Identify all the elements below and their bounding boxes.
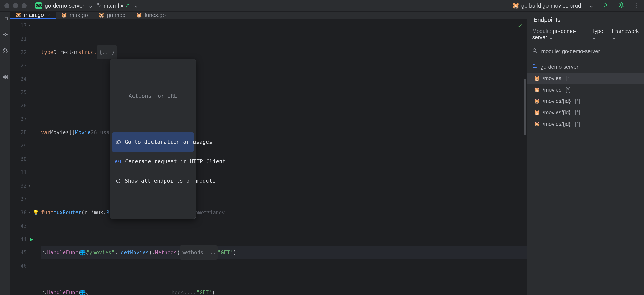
popup-action[interactable]: APIGenerate request in HTTP Client — [112, 152, 194, 171]
close-window[interactable] — [4, 3, 10, 8]
chevron-down-icon[interactable]: ⌄ — [589, 2, 594, 9]
endpoint-item[interactable]: 🐹/movies/{id} [*] — [528, 118, 644, 130]
line-number[interactable]: 22 — [10, 46, 27, 59]
line-number[interactable]: 26 — [10, 99, 27, 112]
go-file-icon: 🐹 — [61, 12, 67, 18]
framework-filter[interactable]: Framework — [612, 28, 639, 34]
project-badge: GS — [35, 2, 42, 9]
editor-tab[interactable]: 🐹main.go× — [10, 12, 56, 19]
editor-body: ✓ 17›212223242526272829303132›3738›4344▶… — [10, 19, 527, 295]
more-button[interactable]: ⋮ — [634, 2, 640, 9]
svg-rect-12 — [3, 77, 5, 79]
endpoint-path: /movies/{id} — [543, 121, 570, 127]
popup-title: Actions for URL — [112, 87, 194, 106]
maximize-window[interactable] — [22, 3, 27, 8]
run-button[interactable] — [602, 2, 609, 10]
line-number[interactable]: 29 — [10, 139, 27, 152]
popup-action-label: Show all endpoints of module — [125, 174, 216, 188]
structure-tool-icon[interactable] — [2, 74, 8, 81]
minimize-window[interactable] — [13, 3, 18, 8]
line-number[interactable]: 21 — [10, 32, 27, 46]
line-number[interactable]: 24 — [10, 72, 27, 86]
go-endpoint-icon: 🐹 — [534, 87, 540, 92]
endpoint-item[interactable]: 🐹/movies [*] — [528, 72, 644, 84]
more-tools-icon[interactable]: ⋯ — [2, 90, 8, 96]
run-configuration[interactable]: go build go-movies-crud — [522, 2, 581, 9]
chevron-down-icon[interactable]: ⌄ — [592, 34, 596, 40]
editor-scrollbar[interactable] — [524, 79, 526, 135]
svg-point-1 — [100, 6, 101, 7]
chevron-down-icon[interactable]: ⌄ — [134, 2, 138, 9]
git-branch[interactable]: main-fix — [104, 2, 124, 9]
chevron-down-icon[interactable]: ⌄ — [88, 2, 93, 9]
line-number[interactable]: 23 — [10, 59, 27, 72]
window-controls — [4, 3, 27, 8]
popup-action[interactable]: Show all endpoints of module — [112, 171, 194, 190]
endpoint-item[interactable]: 🐹/movies/{id} [*] — [528, 107, 644, 118]
target-icon — [116, 178, 121, 184]
popup-action-label: Generate request in HTTP Client — [125, 155, 226, 168]
intention-bulb-icon[interactable]: 💡 — [33, 206, 39, 219]
go-file-icon: 🐹 — [16, 12, 21, 18]
line-number[interactable]: 45 — [10, 246, 27, 259]
editor-tab[interactable]: 🐹go.mod — [93, 12, 131, 19]
popup-action[interactable]: Go to declaration or usages — [112, 132, 194, 152]
editor-column: 🐹main.go×🐹mux.go🐹go.mod🐹funcs.go ✓ 17›21… — [10, 12, 527, 295]
chevron-down-icon[interactable]: ⌄ — [548, 34, 553, 40]
debug-button[interactable] — [618, 2, 624, 10]
editor-tab[interactable]: 🐹funcs.go — [131, 12, 171, 19]
go-run-icon: 🐹 — [512, 2, 519, 9]
line-number[interactable]: 25 — [10, 86, 27, 99]
close-tab-icon[interactable]: × — [48, 12, 51, 18]
svg-rect-11 — [6, 75, 7, 76]
svg-line-20 — [536, 51, 537, 52]
pull-requests-tool-icon[interactable] — [2, 47, 8, 54]
line-number[interactable]: 46 — [10, 259, 27, 272]
line-number[interactable]: 32› — [10, 179, 27, 192]
globe-icon[interactable]: 🌐⌄ — [82, 246, 86, 259]
line-number[interactable]: 43 — [10, 219, 27, 232]
endpoint-path: /movies — [543, 75, 561, 82]
svg-point-19 — [533, 49, 536, 52]
project-tool-icon[interactable] — [2, 16, 8, 23]
search-icon — [532, 48, 538, 55]
search-text: module: go-demo-server — [541, 48, 600, 54]
line-number[interactable]: 17› — [10, 19, 27, 32]
commit-tool-icon[interactable] — [2, 32, 8, 39]
editor-tab[interactable]: 🐹mux.go — [56, 12, 93, 19]
endpoints-search[interactable]: module: go-demo-server — [528, 44, 644, 59]
type-filter[interactable]: Type — [592, 28, 603, 34]
folder-icon — [532, 64, 538, 70]
line-number[interactable]: 27 — [10, 112, 27, 126]
svg-marker-2 — [604, 3, 608, 7]
globe-icon[interactable]: 🌐⌄ — [82, 286, 86, 295]
endpoint-path: /movies — [543, 86, 561, 93]
line-number[interactable]: 30 — [10, 152, 27, 166]
endpoints-root[interactable]: go-demo-server — [528, 61, 644, 72]
line-number[interactable]: 38› — [10, 206, 27, 219]
tab-label: mux.go — [70, 12, 88, 18]
gutter: 17›212223242526272829303132›3738›4344▶45… — [10, 19, 30, 295]
svg-point-7 — [3, 48, 4, 50]
inlay-hint: methods...: — [180, 246, 218, 260]
svg-rect-13 — [6, 77, 7, 79]
line-number[interactable]: 28 — [10, 126, 27, 139]
globe-icon — [116, 140, 121, 145]
endpoint-method: [*] — [566, 86, 571, 93]
project-name[interactable]: go-demo-server — [45, 2, 84, 9]
endpoint-item[interactable]: 🐹/movies [*] — [528, 84, 644, 96]
code-area[interactable]: type Director struct {...} var Movies []… — [30, 19, 527, 295]
endpoint-item[interactable]: 🐹/movies/{id} [*] — [528, 96, 644, 107]
line-number[interactable]: 31 — [10, 166, 27, 179]
go-file-icon: 🐹 — [136, 12, 142, 18]
chevron-down-icon[interactable]: ⌄ — [612, 34, 616, 40]
tab-label: main.go — [24, 12, 44, 18]
endpoint-path: /movies/{id} — [543, 110, 570, 116]
endpoint-method: [*] — [575, 98, 580, 104]
line-number[interactable]: 44▶ — [10, 232, 27, 246]
editor-tabs: 🐹main.go×🐹mux.go🐹go.mod🐹funcs.go — [10, 12, 527, 19]
endpoints-panel: Endpoints Module: go-demo-server ⌄ Type … — [527, 12, 644, 295]
main-area: ⋯ 🐹main.go×🐹mux.go🐹go.mod🐹funcs.go ✓ 17›… — [0, 12, 644, 295]
line-number[interactable]: 37 — [10, 192, 27, 206]
current-line[interactable]: r.HandleFunc(🌐⌄"/movies", getMovies).Met… — [41, 246, 527, 259]
